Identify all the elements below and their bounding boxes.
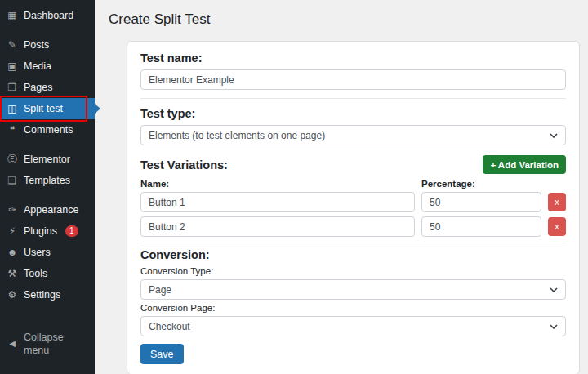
main-content: Create Split Test Test name: Test type: … (95, 0, 588, 374)
sidebar-item-tools[interactable]: ⚒ Tools (0, 263, 95, 284)
sidebar-item-label: Collapse menu (24, 331, 88, 357)
variations-label: Test Variations: (140, 158, 228, 171)
active-item-arrow (95, 104, 100, 114)
media-icon: ▣ (7, 60, 18, 73)
plugins-update-badge: 1 (65, 225, 78, 237)
sidebar-item-dashboard[interactable]: ▦ Dashboard (0, 5, 95, 26)
sidebar-separator (0, 305, 95, 327)
sidebar-item-label: Templates (24, 174, 70, 187)
add-variation-button[interactable]: + Add Variation (483, 155, 566, 174)
sidebar-item-label: Settings (24, 288, 60, 301)
variation-column-labels: Name: Percentage: (140, 179, 566, 189)
sidebar-item-label: Appearance (24, 203, 78, 216)
sidebar-item-elementor[interactable]: Ⓔ Elementor (0, 149, 95, 170)
variation-row: x (140, 216, 566, 237)
sidebar-item-label: Tools (24, 267, 47, 280)
templates-icon: ❏ (7, 174, 18, 187)
sidebar-separator (0, 191, 95, 199)
sidebar-item-label: Split test (24, 102, 63, 115)
comment-icon: ❝ (7, 123, 18, 136)
sidebar-item-plugins[interactable]: ⚡ Plugins 1 (0, 220, 95, 242)
variation-name-column-label: Name: (140, 179, 415, 189)
pages-icon: ❐ (7, 81, 18, 94)
sidebar-item-media[interactable]: ▣ Media (0, 56, 95, 77)
sidebar-item-label: Pages (24, 81, 52, 94)
variation-row: x (140, 192, 566, 212)
collapse-arrow-icon: ◀ (7, 337, 18, 350)
gear-icon: ⚙ (7, 288, 18, 301)
sidebar-item-label: Dashboard (24, 9, 74, 22)
conversion-label: Conversion: (140, 248, 566, 261)
sidebar-item-posts[interactable]: ✎ Posts (0, 34, 95, 56)
sidebar-item-label: Users (24, 246, 51, 259)
brush-icon: ✑ (7, 203, 18, 216)
sidebar-item-users[interactable]: ☻ Users (0, 242, 95, 263)
admin-sidebar: ▦ Dashboard ✎ Posts ▣ Media ❐ Pages ◫ Sp… (0, 0, 95, 374)
save-button[interactable]: Save (140, 344, 184, 364)
sidebar-item-label: Media (24, 60, 51, 73)
conversion-type-select[interactable]: Page (140, 279, 566, 300)
sidebar-item-templates[interactable]: ❏ Templates (0, 170, 95, 191)
sidebar-item-comments[interactable]: ❝ Comments (0, 119, 95, 140)
remove-variation-button[interactable]: x (548, 193, 566, 211)
split-test-icon: ◫ (7, 102, 18, 115)
test-type-select[interactable]: Elements (to test elements on one page) (140, 125, 566, 145)
sidebar-item-label: Plugins (24, 225, 57, 238)
sidebar-item-pages[interactable]: ❐ Pages (0, 77, 95, 98)
sidebar-item-appearance[interactable]: ✑ Appearance (0, 199, 95, 220)
user-icon: ☻ (7, 246, 18, 259)
conversion-type-label: Conversion Type: (140, 266, 566, 276)
page-title: Create Split Test (109, 11, 580, 28)
variation-name-input[interactable] (140, 192, 415, 212)
test-name-input[interactable] (140, 69, 566, 90)
variation-name-input[interactable] (140, 216, 415, 237)
plugin-icon: ⚡ (7, 225, 18, 238)
conversion-page-select[interactable]: Checkout (140, 316, 566, 336)
split-test-form-card: Test name: Test type: Elements (to test … (127, 41, 580, 374)
pin-icon: ✎ (7, 38, 18, 51)
divider (140, 243, 566, 243)
variation-percentage-column-label: Percentage: (421, 179, 541, 189)
remove-variation-button[interactable]: x (548, 217, 566, 236)
sidebar-item-settings[interactable]: ⚙ Settings (0, 284, 95, 305)
test-type-select-wrap: Elements (to test elements on one page) (140, 125, 566, 145)
test-type-label: Test type: (140, 107, 566, 120)
tools-icon: ⚒ (7, 267, 18, 280)
sidebar-item-label: Elementor (24, 153, 70, 166)
sidebar-item-label: Posts (24, 38, 49, 51)
test-name-label: Test name: (140, 51, 566, 65)
sidebar-separator (0, 26, 95, 34)
conversion-type-select-wrap: Page (140, 279, 566, 300)
divider (140, 98, 566, 99)
conversion-page-label: Conversion Page: (140, 303, 566, 313)
sidebar-separator (0, 140, 95, 149)
variation-percentage-input[interactable] (421, 216, 541, 237)
sidebar-item-split-test[interactable]: ◫ Split test (0, 98, 95, 119)
variations-header: Test Variations: + Add Variation (140, 155, 566, 174)
variation-percentage-input[interactable] (421, 192, 541, 212)
conversion-page-select-wrap: Checkout (140, 316, 566, 336)
sidebar-item-label: Comments (24, 123, 73, 136)
sidebar-item-collapse-menu[interactable]: ◀ Collapse menu (0, 327, 95, 361)
elementor-icon: Ⓔ (7, 153, 18, 166)
dashboard-icon: ▦ (7, 9, 18, 22)
